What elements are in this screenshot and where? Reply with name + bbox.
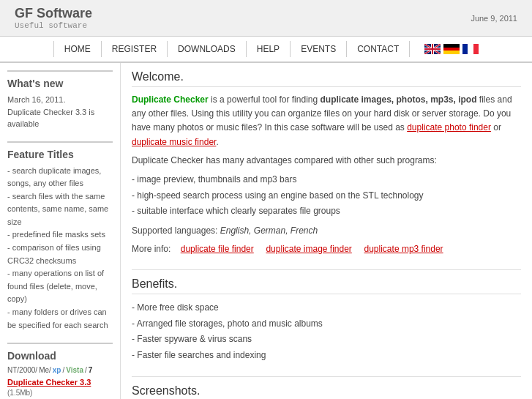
benefits-section: Benefits. More free disk space Arranged …	[132, 277, 521, 363]
list-item: Faster spyware & virus scans	[132, 332, 521, 348]
download-link-line: Duplicate Checker 3.3 (1.5Mb)	[7, 377, 113, 398]
download-title: Download	[7, 350, 113, 362]
nav-register[interactable]: REGISTER	[102, 41, 168, 57]
navigation: HOME REGISTER DOWNLOADS HELP EVENTS CONT…	[0, 37, 532, 63]
whats-new-title: What's new	[7, 78, 113, 89]
nav-help[interactable]: HELP	[247, 41, 291, 57]
sidebar: What's new March 16, 2011. Duplicate Che…	[0, 63, 121, 399]
list-item: comparison of files using CRC32 checksum…	[7, 242, 113, 267]
welcome-bold-features: duplicate images, photos, mp3s, ipod	[320, 94, 476, 105]
os-compatibility: NT/2000/ Me/ xp / Vista / 7	[7, 366, 113, 374]
flag-fr-icon[interactable]	[462, 44, 479, 54]
list-item: high-speed search process using an engin…	[132, 188, 521, 204]
features-title: Feature Titles	[7, 149, 113, 160]
whats-new-date: March 16, 2011.	[7, 94, 113, 106]
list-item: search files with the same contents, sam…	[7, 190, 113, 229]
welcome-p1-pre: is a powerful tool for finding	[211, 94, 320, 105]
welcome-or: or	[493, 122, 501, 133]
screenshots-section: Screenshots.	[132, 384, 521, 399]
language-flags	[424, 44, 479, 54]
more-info-label: More info:	[132, 244, 171, 254]
whats-new-text: Duplicate Checker 3.3 is available	[7, 106, 113, 130]
features-list: search duplicate images, songs, any othe…	[7, 165, 113, 332]
nav-events[interactable]: EVENTS	[291, 41, 347, 57]
list-item: image preview, thumbnails and mp3 bars	[132, 172, 521, 188]
welcome-section: Welcome. Duplicate Checker is a powerful…	[132, 70, 521, 256]
image-finder-link[interactable]: duplicate image finder	[266, 244, 351, 254]
section-separator	[132, 269, 521, 270]
nav-contact[interactable]: CONTACT	[347, 41, 410, 57]
header: GF Software Useful software June 9, 2011	[0, 0, 532, 37]
list-item: predefined file masks sets	[7, 228, 113, 242]
music-finder-link[interactable]: duplicate music finder	[132, 137, 216, 147]
header-date: June 9, 2011	[471, 14, 517, 23]
list-item: More free disk space	[132, 300, 521, 316]
flag-uk-icon[interactable]	[424, 44, 441, 54]
photo-finder-link[interactable]: duplicate photo finder	[407, 122, 491, 133]
benefits-title: Benefits.	[132, 277, 521, 294]
download-section: Download NT/2000/ Me/ xp / Vista / 7 Dup…	[7, 343, 113, 399]
app-subtitle: Useful software	[15, 21, 92, 30]
more-info-line: More info: duplicate file finder duplica…	[132, 242, 521, 256]
svg-rect-8	[424, 48, 441, 50]
welcome-advantages-intro: Duplicate Checker has many advantages co…	[132, 154, 521, 168]
flag-de-icon[interactable]	[443, 44, 460, 54]
feature-titles-section: Feature Titles search duplicate images, …	[7, 141, 113, 332]
header-branding: GF Software Useful software	[15, 6, 92, 30]
nav-downloads[interactable]: DOWNLOADS	[168, 41, 247, 57]
advantages-list: image preview, thumbnails and mp3 bars h…	[132, 172, 521, 220]
nav-home[interactable]: HOME	[53, 41, 102, 57]
list-item: many operations on list of found files (…	[7, 267, 113, 306]
list-item: Faster file searches and indexing	[132, 348, 521, 364]
mp3-finder-link[interactable]: duplicate mp3 finder	[364, 244, 443, 254]
section-separator	[132, 376, 521, 377]
main-content: Welcome. Duplicate Checker is a powerful…	[121, 63, 532, 399]
benefits-list: More free disk space Arranged file stora…	[132, 300, 521, 363]
download-link[interactable]: Duplicate Checker 3.3	[7, 378, 91, 387]
languages-label: Supported languages:	[132, 225, 220, 236]
list-item: search duplicate images, songs, any othe…	[7, 165, 113, 190]
whats-new-section: What's new March 16, 2011. Duplicate Che…	[7, 70, 113, 130]
list-item: suitable interface which clearly separat…	[132, 204, 521, 220]
welcome-title: Welcome.	[132, 70, 521, 87]
screenshots-title: Screenshots.	[132, 384, 521, 399]
welcome-paragraph-1: Duplicate Checker is a powerful tool for…	[132, 93, 521, 149]
languages-list: English, German, French	[220, 225, 318, 236]
main-layout: What's new March 16, 2011. Duplicate Che…	[0, 63, 532, 399]
file-finder-link[interactable]: duplicate file finder	[181, 244, 254, 254]
duplicate-checker-highlight: Duplicate Checker	[132, 94, 209, 105]
download-size: (1.5Mb)	[7, 389, 32, 397]
list-item: Arranged file storages, photo and music …	[132, 316, 521, 332]
supported-languages: Supported languages: English, German, Fr…	[132, 224, 521, 238]
list-item: many folders or drives can be specified …	[7, 306, 113, 332]
app-title: GF Software	[15, 6, 92, 21]
